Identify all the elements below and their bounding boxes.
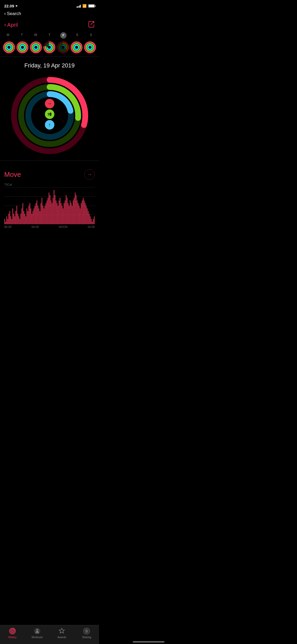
svg-rect-119 <box>75 192 76 224</box>
svg-rect-85 <box>41 203 41 224</box>
chart-area <box>4 187 95 224</box>
svg-rect-91 <box>47 200 47 224</box>
svg-rect-104 <box>60 198 60 224</box>
section-divider-2 <box>0 160 99 161</box>
day-cell-wed[interactable]: W <box>30 32 42 39</box>
day-label-tue: T <box>21 33 23 37</box>
svg-rect-135 <box>91 219 92 224</box>
week-rings-row <box>0 40 99 53</box>
move-section-header: Move → <box>0 165 99 183</box>
day-cell-sat[interactable]: S <box>71 32 83 39</box>
svg-point-12 <box>20 45 25 49</box>
svg-rect-62 <box>17 214 18 224</box>
chart-y-label: 73Cal <box>4 183 95 186</box>
signal-icon <box>77 4 81 8</box>
svg-rect-66 <box>22 208 22 224</box>
svg-rect-108 <box>64 203 64 224</box>
svg-rect-64 <box>20 219 20 224</box>
x-label-1800: 18.00 <box>87 225 95 228</box>
day-cell-sun[interactable]: S <box>85 32 97 39</box>
day-cell-thu[interactable]: T <box>43 32 55 39</box>
battery-icon <box>88 4 95 8</box>
time-display: 22.09 <box>4 4 14 8</box>
svg-rect-74 <box>30 203 30 224</box>
svg-rect-136 <box>92 222 92 224</box>
ring-sun[interactable] <box>84 41 96 53</box>
exercise-arrow-button[interactable]: ⇉ <box>45 109 54 119</box>
svg-rect-138 <box>94 216 95 224</box>
svg-rect-49 <box>4 219 5 224</box>
ring-fri[interactable] <box>57 41 69 53</box>
move-arrow-button[interactable]: → <box>45 99 54 108</box>
svg-rect-112 <box>68 203 68 224</box>
svg-rect-84 <box>40 211 40 224</box>
page-header: ‹ April <box>0 19 99 32</box>
svg-rect-127 <box>83 198 83 224</box>
battery-fill <box>89 5 94 7</box>
svg-rect-89 <box>45 206 45 224</box>
svg-rect-134 <box>90 216 91 224</box>
svg-rect-67 <box>22 203 23 224</box>
svg-rect-69 <box>25 214 25 224</box>
svg-rect-86 <box>42 198 42 224</box>
svg-rect-118 <box>74 198 74 224</box>
svg-rect-61 <box>16 206 17 224</box>
ring-mon[interactable] <box>3 41 15 53</box>
x-label-noon: NOON <box>59 225 68 228</box>
back-label: Search <box>7 11 21 16</box>
move-detail-button[interactable]: → <box>84 169 95 180</box>
svg-rect-101 <box>57 203 57 224</box>
svg-rect-123 <box>79 206 79 224</box>
day-cell-tue[interactable]: T <box>16 32 28 39</box>
month-back-chevron-icon: ‹ <box>4 21 6 28</box>
day-cell-mon[interactable]: M <box>2 32 14 39</box>
wifi-icon: 📶 <box>82 4 87 8</box>
svg-rect-98 <box>54 190 54 224</box>
svg-rect-94 <box>50 195 50 224</box>
day-cell-fri[interactable]: F <box>57 32 69 39</box>
svg-rect-129 <box>85 203 86 224</box>
svg-rect-121 <box>77 200 77 224</box>
svg-point-18 <box>34 45 38 49</box>
svg-point-6 <box>7 45 11 49</box>
stand-arrow-button[interactable]: ↑ <box>45 120 54 130</box>
chart-bars <box>4 187 95 224</box>
svg-rect-79 <box>35 206 35 224</box>
svg-rect-137 <box>93 219 93 224</box>
month-nav[interactable]: ‹ April <box>4 21 18 28</box>
svg-rect-126 <box>82 200 82 224</box>
ring-tue[interactable] <box>16 41 29 53</box>
svg-rect-60 <box>16 211 16 224</box>
ring-thu[interactable] <box>43 41 55 53</box>
day-label-wed: W <box>34 33 37 37</box>
svg-rect-132 <box>88 211 88 224</box>
svg-rect-63 <box>18 216 19 224</box>
svg-rect-113 <box>69 206 69 224</box>
day-label-sat: S <box>76 33 78 37</box>
svg-line-0 <box>91 21 94 25</box>
svg-rect-125 <box>81 203 81 224</box>
ring-sat[interactable] <box>70 41 83 53</box>
x-label-0600: 06.00 <box>31 225 39 228</box>
svg-rect-52 <box>7 219 8 224</box>
back-nav[interactable]: ‹ Search <box>0 10 99 19</box>
svg-rect-77 <box>32 211 33 224</box>
svg-rect-93 <box>49 192 49 224</box>
status-bar: 22.09 ➤ 📶 <box>0 0 99 10</box>
svg-rect-117 <box>73 200 73 224</box>
svg-rect-78 <box>34 208 34 224</box>
svg-rect-133 <box>89 214 89 224</box>
svg-rect-80 <box>36 203 36 224</box>
svg-rect-82 <box>38 206 38 224</box>
svg-rect-71 <box>27 208 27 224</box>
svg-rect-56 <box>11 219 12 224</box>
svg-rect-100 <box>56 200 56 224</box>
svg-rect-102 <box>58 206 58 224</box>
ring-wed[interactable] <box>30 41 42 53</box>
move-section-title: Move <box>4 171 21 179</box>
svg-rect-90 <box>46 203 46 224</box>
share-button[interactable] <box>88 21 95 29</box>
svg-rect-130 <box>86 206 86 224</box>
main-ring-container: → ⇉ ↑ <box>0 73 99 160</box>
date-title: Friday, 19 Apr 2019 <box>0 57 99 73</box>
